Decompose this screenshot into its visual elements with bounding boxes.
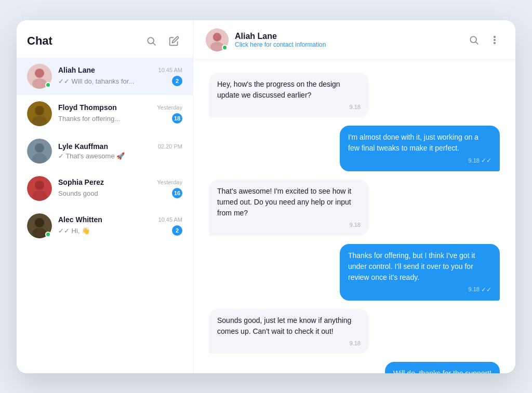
sidebar-header-icons <box>143 33 182 49</box>
message-text: That's awesome! I'm excited to see how i… <box>217 186 361 219</box>
svg-point-10 <box>32 153 47 164</box>
search-icon <box>146 36 156 46</box>
svg-point-3 <box>35 69 44 78</box>
chat-info: Floyd Thompson Yesterday Thanks for offe… <box>58 103 182 124</box>
avatar-wrap <box>27 176 52 201</box>
message-preview: ✓✓ Hi, 👋 <box>58 227 90 235</box>
svg-point-7 <box>32 116 47 126</box>
sidebar-header: Chat <box>17 20 193 58</box>
app-container: Chat Aliah Lane 10.45 AM <box>17 20 515 373</box>
message-time: 10.45 AM <box>158 216 182 223</box>
online-dot <box>45 232 51 237</box>
svg-point-0 <box>148 37 154 44</box>
svg-point-16 <box>32 228 47 238</box>
read-receipt: ✓✓ <box>481 156 491 165</box>
unread-badge: 16 <box>172 188 182 198</box>
message-text: Will do, thanks for the support! <box>393 368 491 373</box>
svg-point-12 <box>35 181 44 190</box>
contact-name: Lyle Kauffman <box>58 142 108 151</box>
chat-bottom: ✓✓ Hi, 👋 2 <box>58 225 182 236</box>
message-time: 02.20 PM <box>158 143 182 150</box>
chat-info: Sophia Perez Yesterday Sounds good 16 <box>58 178 182 198</box>
chat-bottom: ✓✓ Will do, tahanks for... 2 <box>58 76 182 86</box>
chat-info: Alec Whitten 10.45 AM ✓✓ Hi, 👋 2 <box>58 215 182 236</box>
chat-item-alec[interactable]: Alec Whitten 10.45 AM ✓✓ Hi, 👋 2 <box>17 207 193 245</box>
chat-top: Aliah Lane 10.45 AM <box>58 66 182 74</box>
svg-point-15 <box>35 218 44 227</box>
time-label: 9.18 <box>350 221 361 229</box>
svg-point-18 <box>213 33 222 42</box>
chat-top: Floyd Thompson Yesterday <box>58 103 182 112</box>
time-label: 9.18 <box>350 339 361 348</box>
svg-point-6 <box>35 106 44 115</box>
avatar-floyd <box>27 101 52 126</box>
message-bubble: Sounds good, just let me know if anythin… <box>209 309 369 354</box>
chat-item-aliah[interactable]: Aliah Lane 10.45 AM ✓✓ Will do, tahanks … <box>17 58 193 95</box>
avatar-sophia <box>27 176 52 201</box>
unread-badge: 18 <box>172 113 182 124</box>
message-timestamp: 9.18 ✓✓ <box>348 285 491 294</box>
search-icon <box>469 35 479 45</box>
message-text: Hey, how's the progress on the design up… <box>217 79 361 101</box>
chat-list: Aliah Lane 10.45 AM ✓✓ Will do, tahanks … <box>17 58 193 373</box>
message-time: Yesterday <box>157 104 182 111</box>
svg-line-1 <box>153 43 156 45</box>
time-label: 9.18 <box>469 156 480 165</box>
message-preview: Sounds good <box>58 189 98 197</box>
message-text: Thanks for offering, but I think I've go… <box>348 250 491 283</box>
message-text: I'm almost done with it, just working on… <box>348 132 491 154</box>
message-timestamp: 9.18 <box>217 221 361 229</box>
chat-bottom: ✓ That's awesome 🚀 <box>58 152 182 160</box>
chat-header-info: Aliah Lane Click here for contact inform… <box>235 32 459 48</box>
message-time: 10.45 AM <box>158 67 182 73</box>
chat-top: Alec Whitten 10.45 AM <box>58 215 182 224</box>
chat-main: Aliah Lane Click here for contact inform… <box>193 20 515 373</box>
chat-header-name: Aliah Lane <box>235 32 459 41</box>
contact-name: Sophia Perez <box>58 178 104 186</box>
compose-button[interactable] <box>166 33 182 49</box>
sidebar: Chat Aliah Lane 10.45 AM <box>17 20 193 373</box>
svg-point-23 <box>494 39 496 40</box>
time-label: 9.18 <box>350 103 361 112</box>
svg-line-21 <box>476 42 478 44</box>
message-row-m1: Hey, how's the progress on the design up… <box>209 73 500 118</box>
message-row-m3: That's awesome! I'm excited to see how i… <box>209 180 500 236</box>
search-button[interactable] <box>143 33 159 49</box>
chat-info: Lyle Kauffman 02.20 PM ✓ That's awesome … <box>58 142 182 160</box>
chat-item-lyle[interactable]: Lyle Kauffman 02.20 PM ✓ That's awesome … <box>17 132 193 170</box>
message-bubble: I'm almost done with it, just working on… <box>340 126 500 171</box>
message-bubble: Will do, thanks for the support! 9.18 ✓✓ <box>385 362 500 373</box>
avatar-wrap <box>27 213 52 238</box>
online-indicator <box>222 45 228 50</box>
chat-item-floyd[interactable]: Floyd Thompson Yesterday Thanks for offe… <box>17 95 193 132</box>
chat-header: Aliah Lane Click here for contact inform… <box>193 20 515 60</box>
message-preview: ✓✓ Will do, tahanks for... <box>58 77 134 85</box>
avatar-wrap <box>27 101 52 126</box>
compose-icon <box>169 36 179 46</box>
chat-item-sophia[interactable]: Sophia Perez Yesterday Sounds good 16 <box>17 170 193 207</box>
message-timestamp: 9.18 ✓✓ <box>348 156 491 165</box>
svg-point-20 <box>470 36 476 43</box>
message-text: Sounds good, just let me know if anythin… <box>217 315 361 337</box>
svg-point-4 <box>32 78 47 89</box>
chat-top: Sophia Perez Yesterday <box>58 178 182 186</box>
chat-search-button[interactable] <box>466 32 482 48</box>
svg-point-22 <box>494 36 496 37</box>
message-bubble: Thanks for offering, but I think I've go… <box>340 244 500 301</box>
online-dot <box>45 82 51 88</box>
read-receipt: ✓✓ <box>481 285 491 294</box>
contact-name: Aliah Lane <box>58 66 95 74</box>
chat-info: Aliah Lane 10.45 AM ✓✓ Will do, tahanks … <box>58 66 182 86</box>
avatar-wrap <box>27 139 52 164</box>
message-bubble: That's awesome! I'm excited to see how i… <box>209 180 369 236</box>
avatar-wrap <box>27 64 52 89</box>
avatar-lyle <box>27 139 52 164</box>
contact-name: Alec Whitten <box>58 215 102 224</box>
chat-bottom: Sounds good 16 <box>58 188 182 198</box>
message-row-m2: I'm almost done with it, just working on… <box>209 126 500 171</box>
message-preview: ✓ That's awesome 🚀 <box>58 152 125 160</box>
svg-point-9 <box>35 143 44 153</box>
unread-badge: 2 <box>172 225 182 236</box>
chat-more-button[interactable] <box>486 32 503 48</box>
chat-header-sub[interactable]: Click here for contact information <box>235 41 459 48</box>
